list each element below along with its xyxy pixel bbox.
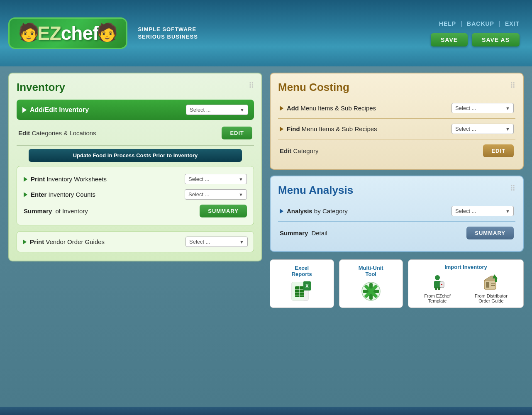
enter-counts-label: Enter Inventory Counts: [24, 191, 95, 198]
svg-text:X: X: [306, 283, 309, 288]
summary-button[interactable]: SUMMARY: [200, 205, 247, 217]
analysis-chevron-icon: ▼: [505, 209, 510, 214]
panel-right: Menu Costing ⠿ Add Menu Items & Sub Reci…: [270, 73, 524, 398]
multiunit-icon: [360, 281, 382, 302]
costing-divider2: [278, 139, 515, 139]
analysis-divider: [278, 221, 515, 222]
save-as-button[interactable]: SAVE AS: [472, 33, 520, 46]
print-worksheets-select[interactable]: Select ... ▼: [185, 174, 247, 184]
multiunit-tool-title: Multi-Unit Tool: [359, 265, 383, 277]
add-edit-bold: Add/Edit: [30, 106, 57, 113]
analysis-bold: Analysis: [287, 208, 312, 215]
add-menu-items-row: Add Menu Items & Sub Recipes Select ... …: [278, 100, 515, 117]
add-menu-items-chevron-icon: ▼: [505, 106, 510, 111]
print-worksheets-row: Print Inventory Worksheets Select ... ▼: [23, 171, 248, 187]
backup-link[interactable]: BACKUP: [467, 20, 494, 27]
import-ezchef-option[interactable]: From EZchef Template: [424, 273, 451, 303]
excel-icon: X: [291, 281, 312, 302]
add-menu-items-select[interactable]: Select ... ▼: [451, 103, 514, 113]
costing-grid-icon[interactable]: ⠿: [510, 81, 515, 90]
summary-bold: Summary: [24, 208, 52, 215]
vendor-order-chevron-icon: ▼: [239, 239, 244, 244]
summary-inventory-row: Summary of Inventory SUMMARY: [23, 202, 248, 220]
tools-row: Excel Reports X Multi-Unit Tool: [270, 259, 524, 308]
analysis-panel-header: Menu Analysis ⠿: [278, 184, 515, 203]
save-button[interactable]: SAVE: [431, 33, 468, 46]
enter-counts-row: Enter Inventory Counts Select ... ▼: [23, 187, 248, 202]
enter-counts-bold: Enter: [31, 191, 46, 198]
add-edit-card: Add/Edit Inventory Select ... ▼: [17, 100, 254, 120]
edit-categories-button[interactable]: EDIT: [222, 127, 252, 139]
edit-category-row: Edit Category EDIT: [278, 141, 515, 161]
import-distributor-option[interactable]: From Distributor Order Guide: [475, 273, 508, 303]
add-bold: Add: [287, 105, 299, 112]
add-edit-text: Add/Edit Inventory: [30, 106, 89, 114]
find-bold: Find: [287, 125, 300, 132]
add-edit-rest: Inventory: [57, 106, 89, 113]
print-worksheets-arrow-icon: [24, 177, 27, 182]
exit-link[interactable]: EXIT: [505, 20, 520, 27]
add-rest: Menu Items & Sub Recipes: [299, 105, 376, 112]
menu-costing-panel: Menu Costing ⠿ Add Menu Items & Sub Reci…: [270, 73, 524, 170]
find-menu-items-chevron-icon: ▼: [505, 127, 510, 132]
logo-box: 🧑 EZchef 🧑: [8, 17, 127, 49]
svg-rect-17: [438, 287, 440, 290]
footer: [0, 407, 532, 415]
help-link[interactable]: HELP: [439, 20, 456, 27]
add-menu-items-select-text: Select ...: [455, 105, 476, 111]
logo-area: 🧑 EZchef 🧑 SIMPLE SOFTWARE SERIOUS BUSIN…: [8, 17, 198, 49]
import-distributor-icon: [482, 273, 500, 292]
svg-rect-23: [491, 283, 495, 284]
add-menu-items-label: Add Menu Items & Sub Recipes: [280, 105, 376, 112]
vendor-order-text: Print Vendor Order Guides: [30, 238, 105, 245]
edit-categories-label: Edit Categories & Locations: [18, 129, 96, 137]
summary-detail-button[interactable]: SUMMARY: [466, 227, 514, 239]
print-worksheets-label: Print Inventory Worksheets: [24, 176, 107, 183]
add-edit-chevron-icon: ▼: [240, 107, 244, 112]
edit-category-button[interactable]: EDIT: [483, 144, 514, 157]
svg-rect-24: [491, 285, 495, 286]
import-inventory-box[interactable]: Import Inventory From EZch: [408, 259, 524, 308]
summary-detail-label: Summary Detail: [280, 229, 327, 237]
enter-counts-select[interactable]: Select ... ▼: [185, 189, 247, 200]
summary-detail-rest: Detail: [311, 229, 327, 237]
update-food-button[interactable]: Update Food in Process Costs Prior to In…: [29, 149, 242, 162]
menu-analysis-title: Menu Analysis: [278, 184, 353, 197]
add-edit-select[interactable]: Select ... ▼: [186, 105, 248, 115]
analysis-by-category-row: Analysis by Category Select ... ▼: [278, 203, 515, 220]
tagline-line2: SERIOUS BUSINESS: [138, 33, 198, 41]
sep1: |: [461, 20, 462, 27]
multiunit-tool-card[interactable]: Multi-Unit Tool: [339, 259, 403, 308]
svg-rect-26: [495, 278, 497, 282]
enter-counts-rest: Inventory Counts: [46, 191, 95, 198]
vendor-order-select[interactable]: Select ... ▼: [185, 237, 248, 247]
svg-point-14: [435, 275, 440, 280]
import-options: From EZchef Template Fro: [414, 273, 517, 303]
excel-reports-title: Excel Reports: [292, 265, 312, 277]
find-rest: Menu Items & Sub Recipes: [300, 125, 377, 132]
menu-analysis-panel: Menu Analysis ⠿ Analysis by Category Sel…: [270, 176, 524, 252]
menu-costing-title: Menu Costing: [278, 81, 349, 94]
summary-inventory-label: Summary of Inventory: [24, 208, 88, 215]
svg-rect-16: [435, 287, 437, 290]
excel-reports-card[interactable]: Excel Reports X: [270, 259, 334, 308]
header: 🧑 EZchef 🧑 SIMPLE SOFTWARE SERIOUS BUSIN…: [0, 0, 532, 66]
add-edit-label: Add/Edit Inventory: [22, 106, 89, 114]
print-worksheets-bold: Print: [31, 176, 45, 183]
sep2: |: [499, 20, 500, 27]
import-ezchef-label: From EZchef Template: [424, 293, 451, 303]
inventory-divider: [17, 145, 254, 146]
summary-detail-row: Summary Detail SUMMARY: [278, 223, 515, 243]
edit-categories-row: Edit Categories & Locations EDIT: [17, 124, 254, 142]
add-edit-arrow-icon: [22, 107, 27, 113]
edit-categories-bold: Edit: [18, 129, 30, 137]
find-menu-items-label: Find Menu Items & Sub Recipes: [280, 125, 377, 132]
analysis-grid-icon[interactable]: ⠿: [510, 184, 515, 193]
inventory-grid-icon[interactable]: ⠿: [249, 81, 254, 90]
header-right: HELP | BACKUP | EXIT SAVE SAVE AS: [431, 20, 520, 46]
find-menu-items-select[interactable]: Select ... ▼: [451, 124, 514, 134]
svg-rect-19: [441, 284, 442, 285]
print-worksheets-select-text: Select ...: [188, 176, 210, 182]
analysis-select[interactable]: Select ... ▼: [451, 206, 514, 216]
find-menu-items-text: Find Menu Items & Sub Recipes: [287, 125, 377, 132]
